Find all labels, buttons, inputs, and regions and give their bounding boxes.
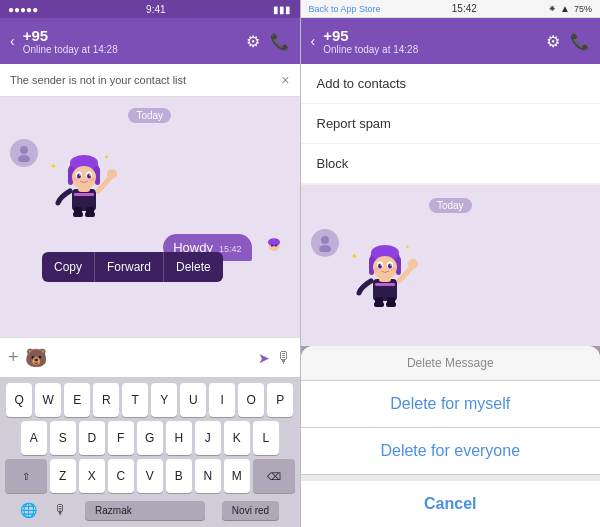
key-v[interactable]: V (137, 459, 163, 493)
keyboard-row-3: ⇧ Z X C V B N M ⌫ (4, 459, 296, 493)
svg-text:✦: ✦ (104, 154, 109, 160)
svg-point-19 (79, 174, 81, 176)
svg-point-23 (107, 169, 117, 179)
sticker-icon[interactable]: 🐻 (25, 347, 47, 369)
key-u[interactable]: U (180, 383, 206, 417)
key-n[interactable]: N (195, 459, 221, 493)
delete-dialog: Delete Message Delete for myself Delete … (301, 346, 601, 527)
return-key[interactable]: Novi red (222, 501, 279, 520)
left-status-right: ▮▮▮ (273, 4, 291, 15)
key-backspace[interactable]: ⌫ (253, 459, 295, 493)
space-key[interactable]: Razmak (85, 501, 205, 520)
key-d[interactable]: D (79, 421, 105, 455)
bluetooth-icon: ⁕ (548, 3, 556, 14)
wifi-icon: ▲ (560, 3, 570, 14)
settings-icon[interactable]: ⚙ (246, 32, 260, 51)
block-item[interactable]: Block (301, 144, 601, 184)
svg-point-49 (380, 264, 382, 266)
key-q[interactable]: Q (6, 383, 32, 417)
key-b[interactable]: B (166, 459, 192, 493)
svg-point-21 (73, 178, 79, 181)
key-x[interactable]: X (79, 459, 105, 493)
message-sticker-thumb (258, 231, 290, 263)
svg-text:✦: ✦ (50, 162, 57, 171)
notification-close-button[interactable]: × (281, 72, 289, 88)
key-m[interactable]: M (224, 459, 250, 493)
svg-rect-5 (73, 212, 83, 217)
delete-sheet: Delete Message Delete for myself Delete … (301, 346, 601, 527)
key-k[interactable]: K (224, 421, 250, 455)
left-chat-header: ‹ +95 Online today at 14:28 ⚙ 📞 (0, 18, 300, 64)
context-menu: Copy Forward Delete (42, 252, 223, 282)
key-f[interactable]: F (108, 421, 134, 455)
svg-point-0 (20, 146, 28, 154)
key-shift[interactable]: ⇧ (5, 459, 47, 493)
right-settings-icon[interactable]: ⚙ (546, 32, 560, 51)
key-s[interactable]: S (50, 421, 76, 455)
back-to-app-store[interactable]: Back to App Store (309, 4, 381, 14)
right-sticker-image: ✦ ✦ (345, 229, 425, 309)
svg-point-22 (89, 178, 95, 181)
svg-point-53 (408, 259, 418, 269)
svg-text:✦: ✦ (405, 244, 410, 250)
keyboard-bottom-bar: 🌐 🎙 Razmak Novi red (4, 497, 296, 523)
key-p[interactable]: P (267, 383, 293, 417)
right-sticker-message: ✦ ✦ (301, 221, 601, 317)
key-c[interactable]: C (108, 459, 134, 493)
call-icon[interactable]: 📞 (270, 32, 290, 51)
key-l[interactable]: L (253, 421, 279, 455)
plus-icon[interactable]: + (8, 347, 19, 368)
send-arrow-icon[interactable]: ➤ (258, 350, 270, 366)
key-i[interactable]: I (209, 383, 235, 417)
svg-point-44 (373, 256, 397, 278)
key-o[interactable]: O (238, 383, 264, 417)
delete-button[interactable]: Delete (164, 252, 223, 282)
key-w[interactable]: W (35, 383, 61, 417)
svg-text:✦: ✦ (351, 252, 358, 261)
left-panel: ●●●●● 9:41 ▮▮▮ ‹ +95 Online today at 14:… (0, 0, 300, 527)
left-chat-body: Today (0, 97, 300, 337)
avatar-icon (15, 144, 33, 162)
globe-icon[interactable]: 🌐 (20, 502, 37, 518)
right-contact-name: +95 (323, 27, 538, 44)
right-back-button[interactable]: ‹ (311, 33, 316, 49)
delete-for-everyone-button[interactable]: Delete for everyone (301, 428, 601, 475)
signal-indicator: ●●●●● (8, 4, 38, 15)
key-a[interactable]: A (21, 421, 47, 455)
notification-text: The sender is not in your contact list (10, 74, 186, 86)
key-t[interactable]: T (122, 383, 148, 417)
key-j[interactable]: J (195, 421, 221, 455)
svg-rect-37 (375, 283, 395, 286)
forward-button[interactable]: Forward (95, 252, 164, 282)
key-h[interactable]: H (166, 421, 192, 455)
svg-point-14 (72, 166, 96, 188)
battery-indicator: ▮▮▮ (273, 4, 291, 15)
report-spam-item[interactable]: Report spam (301, 104, 601, 144)
right-call-icon[interactable]: 📞 (570, 32, 590, 51)
key-g[interactable]: G (137, 421, 163, 455)
svg-rect-35 (374, 302, 384, 307)
mic-keyboard-icon[interactable]: 🎙 (54, 502, 68, 518)
left-chevron-icon: ‹ (10, 33, 15, 49)
svg-point-29 (275, 244, 277, 246)
left-contact-status: Online today at 14:28 (23, 44, 238, 55)
key-y[interactable]: Y (151, 383, 177, 417)
add-to-contacts-item[interactable]: Add to contacts (301, 64, 601, 104)
left-back-button[interactable]: ‹ (10, 33, 15, 49)
mic-icon[interactable]: 🎙 (276, 349, 292, 367)
key-z[interactable]: Z (50, 459, 76, 493)
message-input[interactable] (53, 350, 252, 365)
right-chat-header: ‹ +95 Online today at 14:28 ⚙ 📞 (301, 18, 601, 64)
svg-point-51 (374, 268, 380, 271)
right-header-icons: ⚙ 📞 (546, 32, 590, 51)
keyboard: Q W E R T Y U I O P A S D F G H J K L ⇧ … (0, 377, 300, 527)
right-sender-avatar (311, 229, 339, 257)
left-contact-name: +95 (23, 27, 238, 44)
svg-point-52 (390, 268, 396, 271)
key-r[interactable]: R (93, 383, 119, 417)
copy-button[interactable]: Copy (42, 252, 95, 282)
delete-for-myself-button[interactable]: Delete for myself (301, 381, 601, 428)
svg-point-50 (390, 264, 392, 266)
delete-cancel-button[interactable]: Cancel (301, 481, 601, 527)
key-e[interactable]: E (64, 383, 90, 417)
